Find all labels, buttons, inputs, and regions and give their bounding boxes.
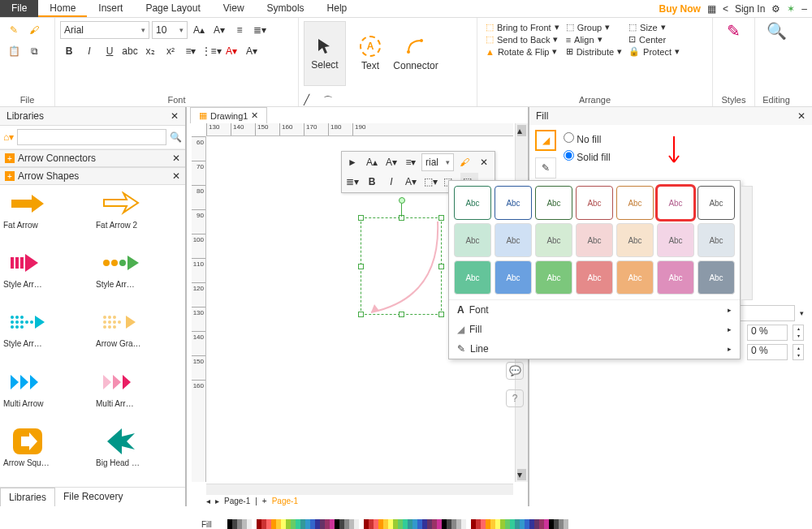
category-arrow-connectors[interactable]: +Arrow Connectors✕ bbox=[0, 149, 185, 167]
style-swatch[interactable]: Abc bbox=[698, 186, 735, 220]
shape-style-arrow-3[interactable]: Style Arr… bbox=[3, 307, 89, 364]
style-swatch[interactable]: Abc bbox=[576, 260, 613, 295]
brush-icon[interactable]: 🖌 bbox=[25, 21, 43, 39]
mini-italic-icon[interactable]: I bbox=[382, 173, 400, 191]
style-swatch[interactable]: Abc bbox=[657, 260, 694, 295]
doc-tab-close-icon[interactable]: ✕ bbox=[251, 110, 258, 121]
paste-icon[interactable]: 📋 bbox=[5, 42, 23, 60]
style-swatch[interactable]: Abc bbox=[616, 260, 654, 295]
font-name-combo[interactable]: Arial▾ bbox=[60, 21, 149, 39]
center-button[interactable]: ⊡Center bbox=[625, 33, 683, 45]
style-swatch[interactable]: Abc bbox=[454, 260, 491, 295]
buy-now-link[interactable]: Buy Now bbox=[659, 3, 701, 15]
style-swatch[interactable]: Abc bbox=[616, 223, 654, 257]
tab-insert[interactable]: Insert bbox=[87, 0, 134, 17]
gear-icon[interactable]: ⚙ bbox=[771, 3, 780, 15]
search-icon[interactable]: 🔍 bbox=[170, 131, 182, 143]
style-swatch[interactable]: Abc bbox=[535, 260, 572, 295]
font-size-combo[interactable]: 10▾ bbox=[152, 21, 188, 39]
sign-in-link[interactable]: Sign In bbox=[735, 3, 765, 15]
mini-select-icon[interactable]: ► bbox=[343, 153, 361, 171]
tab-home[interactable]: Home bbox=[38, 0, 87, 17]
libraries-close-icon[interactable]: ✕ bbox=[171, 110, 179, 122]
style-swatch[interactable]: Abc bbox=[657, 186, 694, 220]
grow-font-icon[interactable]: A▴ bbox=[190, 21, 208, 39]
line-spacing-icon[interactable]: ≡ bbox=[231, 21, 248, 39]
gallery-font-menu[interactable]: AFont▸ bbox=[449, 300, 740, 320]
add-page-icon[interactable]: + bbox=[262, 497, 267, 505]
superscript-button[interactable]: x² bbox=[162, 42, 179, 60]
tab-libraries[interactable]: Libraries bbox=[0, 488, 55, 506]
select-tool[interactable]: Select bbox=[304, 21, 346, 86]
share-icon[interactable]: < bbox=[723, 3, 728, 15]
send-to-back-button[interactable]: ⬚Send to Back▾ bbox=[482, 33, 563, 45]
style-swatch[interactable]: Abc bbox=[576, 186, 613, 220]
tab-view[interactable]: View bbox=[212, 0, 256, 17]
transparency-2-spinner[interactable]: ▴▾ bbox=[793, 344, 804, 360]
page-prev-icon[interactable]: ◂ bbox=[206, 497, 210, 505]
style-swatch[interactable]: Abc bbox=[576, 223, 613, 257]
mini-lines-icon[interactable]: ≡▾ bbox=[402, 153, 420, 171]
page-tab-1b[interactable]: Page-1 bbox=[272, 497, 298, 505]
copy-icon[interactable]: ⧉ bbox=[25, 42, 43, 60]
transparency-2-input[interactable]: 0 % bbox=[747, 344, 788, 360]
shape-big-head[interactable]: Big Head … bbox=[96, 426, 182, 484]
bold-button[interactable]: B bbox=[60, 42, 78, 60]
style-swatch[interactable]: Abc bbox=[454, 223, 491, 257]
selected-shape[interactable] bbox=[361, 217, 442, 315]
tab-file-recovery[interactable]: File Recovery bbox=[55, 488, 131, 506]
save-icon[interactable]: ▦ bbox=[707, 3, 716, 15]
no-fill-radio[interactable]: No fill bbox=[564, 130, 611, 148]
group-label-styles[interactable]: Styles bbox=[718, 93, 749, 105]
rotate-flip-button[interactable]: ▲Rotate & Flip▾ bbox=[482, 45, 563, 58]
mini-color-icon[interactable]: A▾ bbox=[402, 173, 420, 191]
style-swatch[interactable]: Abc bbox=[454, 186, 491, 220]
distribute-button[interactable]: ⊞Distribute▾ bbox=[563, 45, 625, 58]
shape-multi-arrow-2[interactable]: Multi Arr… bbox=[96, 367, 182, 424]
underline-button[interactable]: U bbox=[101, 42, 119, 60]
category-arrow-shapes[interactable]: +Arrow Shapes✕ bbox=[0, 167, 185, 185]
gallery-fill-menu[interactable]: ◢Fill▸ bbox=[449, 320, 740, 339]
fill-panel-close-icon[interactable]: ✕ bbox=[797, 110, 806, 122]
lib-home-icon[interactable]: ⌂▾ bbox=[3, 131, 14, 143]
horizontal-scrollbar[interactable] bbox=[206, 484, 513, 495]
tab-symbols[interactable]: Symbols bbox=[256, 0, 316, 17]
connector-tool[interactable]: Connector bbox=[395, 21, 437, 86]
bring-to-front-button[interactable]: ⬚Bring to Front▾ bbox=[482, 21, 563, 33]
italic-button[interactable]: I bbox=[80, 42, 98, 60]
size-button[interactable]: ⬚Size▾ bbox=[625, 21, 683, 33]
solid-fill-radio[interactable]: Solid fill bbox=[564, 148, 611, 166]
bullets-button[interactable]: ≡▾ bbox=[182, 42, 200, 60]
text-tool[interactable]: A Text bbox=[349, 21, 391, 86]
style-swatch[interactable]: Abc bbox=[495, 260, 532, 295]
style-swatch[interactable]: Abc bbox=[535, 223, 572, 257]
shape-style-arrow-2[interactable]: Style Arr… bbox=[96, 247, 182, 305]
arc-shape-icon[interactable]: ⌒ bbox=[323, 94, 339, 108]
gallery-scrollbar[interactable] bbox=[741, 186, 753, 300]
shape-arrow-gradient[interactable]: Arrow Gra… bbox=[96, 307, 182, 364]
align-text-icon[interactable]: ≣▾ bbox=[251, 21, 269, 39]
font-color-button[interactable]: A▾ bbox=[243, 42, 261, 60]
page-tab-1[interactable]: Page-1 bbox=[224, 497, 250, 505]
highlight-button[interactable]: A▾ bbox=[222, 42, 240, 60]
tab-help[interactable]: Help bbox=[316, 0, 359, 17]
strike-button[interactable]: abc bbox=[121, 42, 139, 60]
group-button[interactable]: ⬚Group▾ bbox=[563, 21, 625, 33]
shape-multi-arrow-1[interactable]: Multi Arrow bbox=[3, 367, 89, 424]
page-next-icon[interactable]: ▸ bbox=[215, 497, 219, 505]
subscript-button[interactable]: x₂ bbox=[141, 42, 159, 60]
mini-fill-icon[interactable]: ⬚▾ bbox=[421, 173, 439, 191]
mini-shrink-font-icon[interactable]: A▾ bbox=[382, 153, 400, 171]
shape-arrow-square[interactable]: Arrow Squ… bbox=[3, 426, 89, 484]
group-label-editing[interactable]: Editing bbox=[760, 93, 793, 105]
shape-fat-arrow-2[interactable]: Fat Arrow 2 bbox=[96, 188, 182, 246]
transparency-1-spinner[interactable]: ▴▾ bbox=[793, 325, 804, 341]
shrink-font-icon[interactable]: A▾ bbox=[210, 21, 228, 39]
transparency-1-input[interactable]: 0 % bbox=[747, 325, 788, 341]
mini-painter-icon[interactable]: 🖌 bbox=[456, 153, 473, 171]
style-swatch[interactable]: Abc bbox=[698, 260, 735, 295]
format-painter-icon[interactable]: ✎ bbox=[5, 21, 23, 39]
mini-font-combo[interactable]: rial▾ bbox=[421, 153, 454, 171]
help-icon[interactable]: ? bbox=[506, 389, 524, 407]
tab-page-layout[interactable]: Page Layout bbox=[134, 0, 211, 17]
